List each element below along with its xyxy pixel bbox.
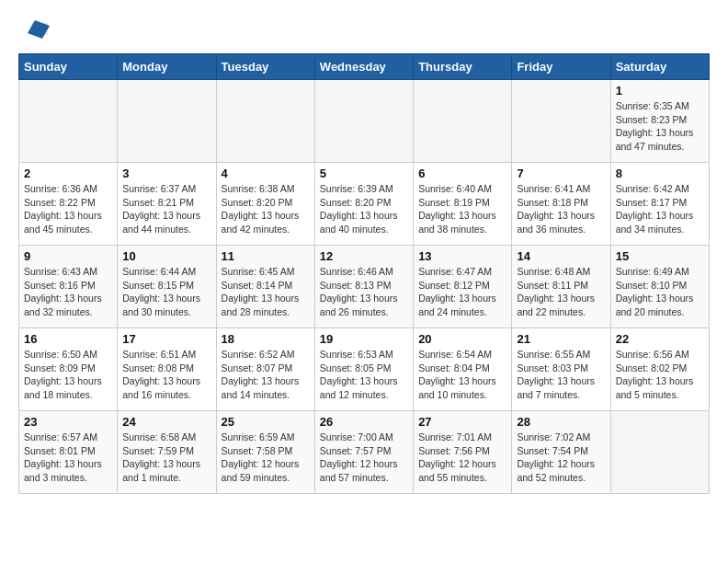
- day-info: Sunrise: 6:53 AM Sunset: 8:05 PM Dayligh…: [320, 348, 408, 402]
- day-info: Sunrise: 6:38 AM Sunset: 8:20 PM Dayligh…: [222, 182, 310, 236]
- calendar-week-row: 2Sunrise: 6:36 AM Sunset: 8:22 PM Daylig…: [19, 163, 710, 246]
- calendar-cell: 10Sunrise: 6:44 AM Sunset: 8:15 PM Dayli…: [118, 246, 216, 328]
- calendar-cell: 1Sunrise: 6:35 AM Sunset: 8:23 PM Daylig…: [610, 80, 709, 163]
- day-number: 25: [222, 415, 310, 429]
- calendar-cell: 20Sunrise: 6:54 AM Sunset: 8:04 PM Dayli…: [414, 328, 512, 411]
- calendar-cell: 22Sunrise: 6:56 AM Sunset: 8:02 PM Dayli…: [610, 328, 709, 411]
- day-number: 3: [122, 167, 210, 180]
- day-info: Sunrise: 6:41 AM Sunset: 8:18 PM Dayligh…: [517, 182, 605, 236]
- calendar-cell: 19Sunrise: 6:53 AM Sunset: 8:05 PM Dayli…: [314, 328, 413, 411]
- calendar-header-row: SundayMondayTuesdayWednesdayThursdayFrid…: [19, 54, 710, 80]
- day-info: Sunrise: 6:56 AM Sunset: 8:02 PM Dayligh…: [616, 348, 704, 402]
- day-number: 1: [616, 84, 704, 98]
- calendar-cell: 17Sunrise: 6:51 AM Sunset: 8:08 PM Dayli…: [118, 328, 216, 411]
- day-info: Sunrise: 6:40 AM Sunset: 8:19 PM Dayligh…: [418, 182, 506, 236]
- day-number: 14: [517, 249, 605, 263]
- calendar-week-row: 23Sunrise: 6:57 AM Sunset: 8:01 PM Dayli…: [19, 411, 710, 494]
- day-number: 11: [222, 249, 310, 263]
- calendar-table: SundayMondayTuesdayWednesdayThursdayFrid…: [18, 53, 710, 494]
- day-info: Sunrise: 6:46 AM Sunset: 8:13 PM Dayligh…: [320, 265, 408, 319]
- column-header-sunday: Sunday: [19, 54, 118, 80]
- calendar-cell: [610, 411, 709, 494]
- day-number: 10: [122, 249, 210, 263]
- day-number: 4: [222, 167, 310, 180]
- calendar-cell: [512, 80, 610, 163]
- day-info: Sunrise: 6:58 AM Sunset: 7:59 PM Dayligh…: [122, 431, 210, 485]
- day-number: 28: [517, 415, 605, 429]
- column-header-tuesday: Tuesday: [216, 54, 314, 80]
- day-number: 17: [122, 332, 210, 346]
- calendar-cell: 12Sunrise: 6:46 AM Sunset: 8:13 PM Dayli…: [314, 246, 413, 328]
- calendar-week-row: 1Sunrise: 6:35 AM Sunset: 8:23 PM Daylig…: [19, 80, 710, 163]
- calendar-week-row: 9Sunrise: 6:43 AM Sunset: 8:16 PM Daylig…: [19, 246, 710, 328]
- day-info: Sunrise: 6:45 AM Sunset: 8:14 PM Dayligh…: [222, 265, 310, 319]
- day-info: Sunrise: 6:47 AM Sunset: 8:12 PM Dayligh…: [418, 265, 506, 319]
- day-info: Sunrise: 6:51 AM Sunset: 8:08 PM Dayligh…: [122, 348, 210, 402]
- day-info: Sunrise: 7:01 AM Sunset: 7:56 PM Dayligh…: [418, 431, 506, 485]
- calendar-cell: 23Sunrise: 6:57 AM Sunset: 8:01 PM Dayli…: [19, 411, 118, 494]
- day-info: Sunrise: 6:48 AM Sunset: 8:11 PM Dayligh…: [517, 265, 605, 319]
- column-header-friday: Friday: [512, 54, 610, 80]
- logo-icon: [22, 18, 50, 44]
- calendar-cell: 18Sunrise: 6:52 AM Sunset: 8:07 PM Dayli…: [216, 328, 314, 411]
- day-number: 22: [616, 332, 704, 346]
- day-info: Sunrise: 6:55 AM Sunset: 8:03 PM Dayligh…: [517, 348, 605, 402]
- day-info: Sunrise: 6:42 AM Sunset: 8:17 PM Dayligh…: [616, 182, 704, 236]
- day-info: Sunrise: 6:44 AM Sunset: 8:15 PM Dayligh…: [122, 265, 210, 319]
- calendar-cell: 27Sunrise: 7:01 AM Sunset: 7:56 PM Dayli…: [414, 411, 512, 494]
- calendar-cell: 28Sunrise: 7:02 AM Sunset: 7:54 PM Dayli…: [512, 411, 610, 494]
- day-number: 5: [320, 167, 408, 180]
- day-number: 6: [418, 167, 506, 180]
- calendar-cell: 15Sunrise: 6:49 AM Sunset: 8:10 PM Dayli…: [610, 246, 709, 328]
- day-info: Sunrise: 6:39 AM Sunset: 8:20 PM Dayligh…: [320, 182, 408, 236]
- logo: [18, 18, 50, 44]
- calendar-cell: 9Sunrise: 6:43 AM Sunset: 8:16 PM Daylig…: [19, 246, 118, 328]
- day-info: Sunrise: 6:36 AM Sunset: 8:22 PM Dayligh…: [24, 182, 112, 236]
- calendar-cell: 11Sunrise: 6:45 AM Sunset: 8:14 PM Dayli…: [216, 246, 314, 328]
- day-number: 9: [24, 249, 112, 263]
- calendar-cell: 13Sunrise: 6:47 AM Sunset: 8:12 PM Dayli…: [414, 246, 512, 328]
- day-info: Sunrise: 7:02 AM Sunset: 7:54 PM Dayligh…: [517, 431, 605, 485]
- column-header-monday: Monday: [118, 54, 216, 80]
- calendar-cell: 21Sunrise: 6:55 AM Sunset: 8:03 PM Dayli…: [512, 328, 610, 411]
- day-number: 21: [517, 332, 605, 346]
- day-number: 13: [418, 249, 506, 263]
- day-info: Sunrise: 6:54 AM Sunset: 8:04 PM Dayligh…: [418, 348, 506, 402]
- calendar-cell: 7Sunrise: 6:41 AM Sunset: 8:18 PM Daylig…: [512, 163, 610, 246]
- day-number: 24: [122, 415, 210, 429]
- calendar-cell: [118, 80, 216, 163]
- calendar-cell: [314, 80, 413, 163]
- calendar-cell: 24Sunrise: 6:58 AM Sunset: 7:59 PM Dayli…: [118, 411, 216, 494]
- calendar-cell: 8Sunrise: 6:42 AM Sunset: 8:17 PM Daylig…: [610, 163, 709, 246]
- column-header-wednesday: Wednesday: [314, 54, 413, 80]
- day-number: 16: [24, 332, 112, 346]
- day-number: 27: [418, 415, 506, 429]
- calendar-cell: 5Sunrise: 6:39 AM Sunset: 8:20 PM Daylig…: [314, 163, 413, 246]
- page-header: [18, 18, 710, 44]
- day-number: 19: [320, 332, 408, 346]
- day-info: Sunrise: 6:59 AM Sunset: 7:58 PM Dayligh…: [222, 431, 310, 485]
- day-info: Sunrise: 6:49 AM Sunset: 8:10 PM Dayligh…: [616, 265, 704, 319]
- day-info: Sunrise: 6:43 AM Sunset: 8:16 PM Dayligh…: [24, 265, 112, 319]
- day-info: Sunrise: 6:52 AM Sunset: 8:07 PM Dayligh…: [222, 348, 310, 402]
- day-number: 7: [517, 167, 605, 180]
- calendar-cell: 14Sunrise: 6:48 AM Sunset: 8:11 PM Dayli…: [512, 246, 610, 328]
- calendar-cell: 16Sunrise: 6:50 AM Sunset: 8:09 PM Dayli…: [19, 328, 118, 411]
- column-header-thursday: Thursday: [414, 54, 512, 80]
- calendar-cell: 3Sunrise: 6:37 AM Sunset: 8:21 PM Daylig…: [118, 163, 216, 246]
- day-number: 18: [222, 332, 310, 346]
- day-info: Sunrise: 7:00 AM Sunset: 7:57 PM Dayligh…: [320, 431, 408, 485]
- calendar-cell: 25Sunrise: 6:59 AM Sunset: 7:58 PM Dayli…: [216, 411, 314, 494]
- day-number: 2: [24, 167, 112, 180]
- day-number: 23: [24, 415, 112, 429]
- day-number: 26: [320, 415, 408, 429]
- calendar-week-row: 16Sunrise: 6:50 AM Sunset: 8:09 PM Dayli…: [19, 328, 710, 411]
- calendar-cell: 26Sunrise: 7:00 AM Sunset: 7:57 PM Dayli…: [314, 411, 413, 494]
- day-info: Sunrise: 6:35 AM Sunset: 8:23 PM Dayligh…: [616, 99, 704, 154]
- calendar-cell: [414, 80, 512, 163]
- calendar-cell: 6Sunrise: 6:40 AM Sunset: 8:19 PM Daylig…: [414, 163, 512, 246]
- calendar-cell: [19, 80, 118, 163]
- day-number: 15: [616, 249, 704, 263]
- day-number: 12: [320, 249, 408, 263]
- calendar-cell: [216, 80, 314, 163]
